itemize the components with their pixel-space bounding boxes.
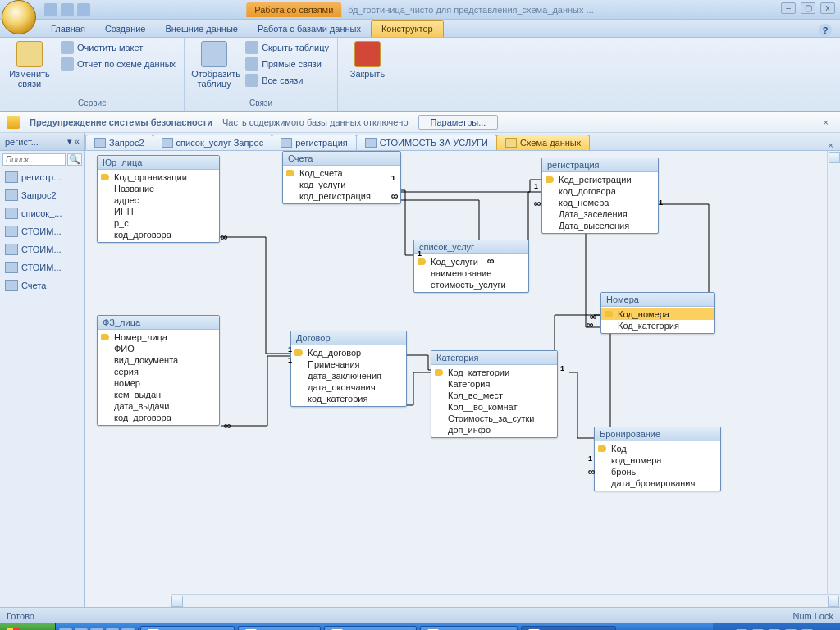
nav-header[interactable]: регист... ▾ «	[0, 133, 84, 151]
tab-create[interactable]: Создание	[95, 21, 156, 37]
table-field[interactable]: Код	[595, 443, 720, 454]
start-button[interactable]: пуск	[0, 623, 56, 630]
table-spisok-uslug[interactable]: список_услуг Код_услугинаименованиестоим…	[413, 240, 529, 293]
restore-button[interactable]: ▢	[801, 2, 815, 14]
task-item[interactable]: Microsoft Access	[420, 626, 518, 630]
close-tool-button[interactable]: Закрыть	[343, 39, 392, 80]
table-field[interactable]: Код_договор	[291, 347, 406, 358]
search-input[interactable]	[2, 153, 66, 166]
table-field[interactable]: Дата_выселения	[542, 220, 658, 231]
all-rel-button[interactable]: Все связи	[242, 72, 332, 89]
table-field[interactable]: вид_документа	[98, 354, 219, 366]
task-item-active[interactable]: Microsoft Acce...	[521, 626, 617, 630]
table-field[interactable]: Кол_во_мест	[431, 390, 557, 401]
table-field[interactable]: Название	[98, 183, 219, 194]
nav-item[interactable]: СТОИМ...	[0, 258, 84, 276]
tab-design[interactable]: Конструктор	[371, 20, 444, 37]
table-dogovor[interactable]: Договор Код_договорПримечаниядата_заключ…	[290, 331, 407, 407]
tab-dbtools[interactable]: Работа с базами данных	[248, 21, 371, 37]
task-item[interactable]: по самообсле...	[140, 626, 235, 630]
help-icon[interactable]: ?	[819, 24, 832, 37]
horizontal-scrollbar[interactable]	[171, 594, 840, 607]
table-scheta[interactable]: Счета Код_счетакод_услугикод_регистрация	[282, 151, 401, 204]
table-field[interactable]: Стоимость_за_сутки	[431, 413, 557, 424]
close-button[interactable]: x	[820, 2, 835, 14]
table-field[interactable]: Номер_лица	[98, 331, 219, 343]
security-options-button[interactable]: Параметры...	[418, 115, 499, 130]
table-field[interactable]: код_регистрация	[283, 190, 400, 202]
nav-item[interactable]: Запрос2	[0, 186, 84, 204]
doctab-cost[interactable]: СТОИМОСТЬ ЗА УСЛУГИ	[356, 135, 497, 150]
table-field[interactable]: код_договора	[98, 229, 219, 240]
table-bronirovanie[interactable]: Бронирование Кодкод_номераброньдата_брон…	[594, 427, 721, 491]
doctab-services[interactable]: список_услуг Запрос	[153, 135, 273, 150]
table-field[interactable]: ФИО	[98, 343, 219, 354]
redo-icon[interactable]	[77, 3, 90, 16]
scroll-left-icon[interactable]	[171, 596, 183, 607]
table-yur-lica[interactable]: Юр_лица Код_организацииНазваниеадресИННр…	[97, 155, 220, 243]
table-field[interactable]: номер	[98, 377, 219, 389]
nav-item[interactable]: СТОИМ...	[0, 222, 84, 240]
table-field[interactable]: код_договора	[98, 412, 219, 423]
table-field[interactable]: стоимость_услуги	[414, 279, 528, 290]
show-table-button[interactable]: Отобразить таблицу	[189, 39, 239, 90]
edit-relations-button[interactable]: Изменить связи	[5, 39, 54, 90]
table-field[interactable]: доп_инфо	[431, 424, 557, 436]
table-field[interactable]: р_с	[98, 217, 219, 229]
table-field[interactable]: дата_выдачи	[98, 400, 219, 412]
tab-home[interactable]: Главная	[41, 21, 95, 37]
undo-icon[interactable]	[61, 3, 74, 16]
table-field[interactable]: дата_заключения	[291, 370, 406, 381]
nav-item[interactable]: регистр...	[0, 168, 84, 186]
table-field[interactable]: Код_организации	[98, 171, 219, 183]
table-field[interactable]: Примечания	[291, 358, 406, 370]
relationship-canvas[interactable]: Юр_лица Код_организацииНазваниеадресИННр…	[85, 151, 840, 607]
table-field[interactable]: Код_номера	[601, 308, 714, 320]
table-field[interactable]: дата_бронирования	[595, 477, 720, 489]
table-nomera[interactable]: Номера Код_номераКод_категория	[600, 292, 715, 334]
table-registratsia[interactable]: регистрация Код_регистрациикод_договорак…	[541, 158, 659, 234]
security-close-button[interactable]: ×	[819, 117, 833, 127]
task-item[interactable]: контр.раб по ...	[324, 626, 417, 630]
office-button[interactable]	[2, 0, 36, 34]
table-field[interactable]: код_договора	[542, 185, 658, 197]
table-field[interactable]: код_номера	[595, 454, 720, 466]
vertical-scrollbar[interactable]	[827, 151, 840, 607]
table-field[interactable]: серия	[98, 366, 219, 377]
clear-layout-button[interactable]: Очистить макет	[57, 39, 179, 56]
relation-report-button[interactable]: Отчет по схеме данных	[57, 56, 179, 72]
nav-item[interactable]: список_...	[0, 204, 84, 222]
table-field[interactable]: кем_выдан	[98, 389, 219, 400]
table-field[interactable]: наименование	[414, 267, 528, 279]
table-field[interactable]: бронь	[595, 466, 720, 477]
table-field[interactable]: Код_категории	[431, 367, 557, 378]
scroll-right-icon[interactable]	[828, 596, 839, 607]
table-field[interactable]: код_услуги	[283, 179, 400, 190]
doctab-schema[interactable]: Схема данных	[496, 135, 590, 150]
doctab-registration[interactable]: регистрация	[272, 135, 357, 150]
doctab-close-button[interactable]: ×	[822, 140, 840, 150]
nav-item[interactable]: Счета	[0, 276, 84, 294]
doctab-query2[interactable]: Запрос2	[85, 135, 153, 150]
hide-table-button[interactable]: Скрыть таблицу	[242, 39, 332, 56]
table-field[interactable]: Код_услуги	[414, 256, 528, 267]
table-field[interactable]: код_категория	[291, 393, 406, 404]
nav-item[interactable]: СТОИМ...	[0, 240, 84, 258]
table-field[interactable]: Кол__во_комнат	[431, 401, 557, 413]
search-button[interactable]: 🔍	[67, 153, 82, 166]
table-field[interactable]: Код_счета	[283, 167, 400, 179]
tab-external[interactable]: Внешние данные	[156, 21, 248, 37]
table-field[interactable]: ИНН	[98, 206, 219, 217]
table-field[interactable]: адрес	[98, 194, 219, 206]
task-item[interactable]: 3 Проводник	[238, 626, 320, 630]
table-field[interactable]: Категория	[431, 378, 557, 390]
direct-rel-button[interactable]: Прямые связи	[242, 56, 332, 72]
table-field[interactable]: дата_окончания	[291, 381, 406, 393]
table-field[interactable]: код_номера	[542, 197, 658, 208]
table-field[interactable]: Дата_заселения	[542, 208, 658, 220]
scroll-up-icon[interactable]	[829, 152, 840, 163]
minimize-button[interactable]: –	[781, 2, 796, 14]
save-icon[interactable]	[44, 3, 57, 16]
table-kategoria[interactable]: Категория Код_категорииКатегорияКол_во_м…	[431, 350, 558, 438]
table-field[interactable]: Код_категория	[601, 320, 714, 331]
